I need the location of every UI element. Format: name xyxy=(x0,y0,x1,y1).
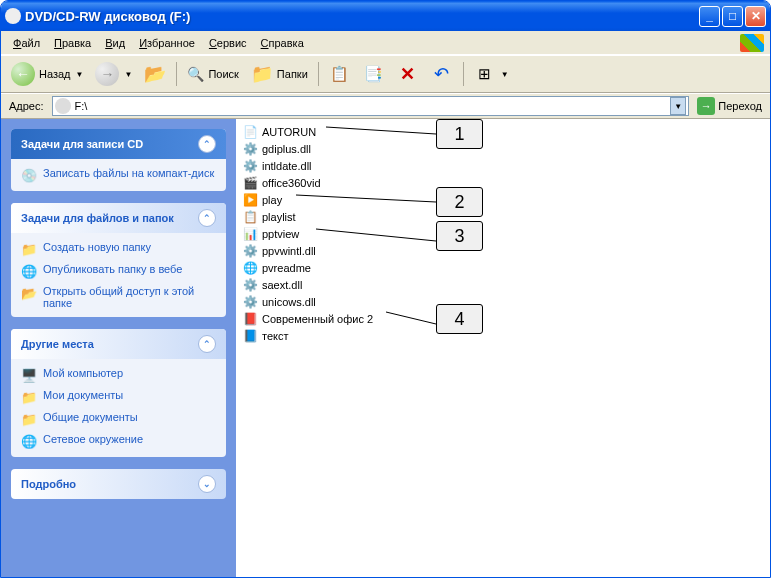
collapse-icon[interactable]: ⌃ xyxy=(198,135,216,153)
task-link[interactable]: 🌐Сетевое окружение xyxy=(21,433,216,449)
file-name: saext.dll xyxy=(262,279,302,291)
go-button[interactable]: → Переход xyxy=(693,95,766,117)
link-text: Сетевое окружение xyxy=(43,433,143,445)
move-to-button[interactable]: 📋 xyxy=(325,60,355,88)
file-icon: 📄 xyxy=(242,124,258,140)
toolbar: ← Назад ▼ → ▼ 📂 🔍 Поиск 📁 Папки 📋 📑 ✕ ↶ … xyxy=(1,55,770,93)
folders-button[interactable]: 📁 Папки xyxy=(247,60,312,88)
panel-title: Задачи для записи CD xyxy=(21,138,143,150)
file-item[interactable]: 📄AUTORUN xyxy=(242,123,764,140)
panel-header[interactable]: Подробно ⌄ xyxy=(11,469,226,499)
file-name: gdiplus.dll xyxy=(262,143,311,155)
svg-line-1 xyxy=(296,195,436,202)
file-name: pptview xyxy=(262,228,299,240)
back-button[interactable]: ← Назад ▼ xyxy=(7,59,87,89)
titlebar[interactable]: DVD/CD-RW дисковод (F:) _ □ ✕ xyxy=(1,1,770,31)
callout-number: 3 xyxy=(436,221,483,251)
expand-icon[interactable]: ⌄ xyxy=(198,475,216,493)
menu-item[interactable]: Избранное xyxy=(133,35,201,51)
address-dropdown[interactable]: ▼ xyxy=(670,97,686,115)
file-icon: ⚙️ xyxy=(242,277,258,293)
window-buttons: _ □ ✕ xyxy=(699,6,766,27)
address-value: F:\ xyxy=(75,100,671,112)
file-name: Современный офис 2 xyxy=(262,313,373,325)
file-name: unicows.dll xyxy=(262,296,316,308)
callout-4: 4 xyxy=(386,304,483,334)
link-icon: 🌐 xyxy=(21,263,37,279)
file-item[interactable]: ⚙️unicows.dll xyxy=(242,293,764,310)
views-button[interactable]: ⊞ ▼ xyxy=(470,60,513,88)
file-icon: ▶️ xyxy=(242,192,258,208)
menu-item[interactable]: Файл xyxy=(7,35,46,51)
file-item[interactable]: ⚙️saext.dll xyxy=(242,276,764,293)
forward-button[interactable]: → ▼ xyxy=(91,59,136,89)
file-item[interactable]: 🌐pvreadme xyxy=(242,259,764,276)
file-icon: 📕 xyxy=(242,311,258,327)
separator xyxy=(318,62,319,86)
content-area: Задачи для записи CD ⌃ 💿Записать файлы н… xyxy=(1,119,770,577)
minimize-button[interactable]: _ xyxy=(699,6,720,27)
link-text: Открыть общий доступ к этой папке xyxy=(43,285,216,309)
menu-item[interactable]: Справка xyxy=(255,35,310,51)
panel-header[interactable]: Другие места ⌃ xyxy=(11,329,226,359)
separator xyxy=(176,62,177,86)
panel-header[interactable]: Задачи для файлов и папок ⌃ xyxy=(11,203,226,233)
file-name: ppvwintl.dll xyxy=(262,245,316,257)
menu-item[interactable]: Правка xyxy=(48,35,97,51)
link-text: Создать новую папку xyxy=(43,241,151,253)
address-label: Адрес: xyxy=(5,100,48,112)
move-icon: 📋 xyxy=(329,63,351,85)
back-icon: ← xyxy=(11,62,35,86)
cd-tasks-panel: Задачи для записи CD ⌃ 💿Записать файлы н… xyxy=(11,129,226,191)
file-name: AUTORUN xyxy=(262,126,316,138)
file-item[interactable]: ⚙️intldate.dll xyxy=(242,157,764,174)
task-link[interactable]: 💿Записать файлы на компакт-диск xyxy=(21,167,216,183)
menubar: ФайлПравкаВидИзбранноеСервисСправка xyxy=(1,31,770,55)
task-link[interactable]: 🖥️Мой компьютер xyxy=(21,367,216,383)
file-icon: ⚙️ xyxy=(242,294,258,310)
search-icon: 🔍 xyxy=(187,66,204,82)
svg-line-0 xyxy=(326,127,436,134)
menu-item[interactable]: Вид xyxy=(99,35,131,51)
go-label: Переход xyxy=(718,100,762,112)
file-icon: 📋 xyxy=(242,209,258,225)
panel-title: Другие места xyxy=(21,338,94,350)
undo-icon: ↶ xyxy=(431,63,453,85)
up-folder-icon: 📂 xyxy=(144,63,166,85)
collapse-icon[interactable]: ⌃ xyxy=(198,209,216,227)
file-item[interactable]: 📕Современный офис 2 xyxy=(242,310,764,327)
link-icon: 📁 xyxy=(21,241,37,257)
link-icon: 📂 xyxy=(21,285,37,301)
link-icon: 🖥️ xyxy=(21,367,37,383)
details-panel: Подробно ⌄ xyxy=(11,469,226,499)
menu-item[interactable]: Сервис xyxy=(203,35,253,51)
address-input[interactable]: F:\ ▼ xyxy=(52,96,690,116)
forward-icon: → xyxy=(95,62,119,86)
task-link[interactable]: 📂Открыть общий доступ к этой папке xyxy=(21,285,216,309)
task-link[interactable]: 📁Создать новую папку xyxy=(21,241,216,257)
panel-header[interactable]: Задачи для записи CD ⌃ xyxy=(11,129,226,159)
svg-line-2 xyxy=(316,229,436,241)
delete-button[interactable]: ✕ xyxy=(393,60,423,88)
task-link[interactable]: 📁Общие документы xyxy=(21,411,216,427)
link-icon: 📁 xyxy=(21,411,37,427)
panel-title: Задачи для файлов и папок xyxy=(21,212,174,224)
link-text: Общие документы xyxy=(43,411,138,423)
callout-2: 2 xyxy=(296,187,483,217)
file-item[interactable]: ⚙️gdiplus.dll xyxy=(242,140,764,157)
undo-button[interactable]: ↶ xyxy=(427,60,457,88)
task-link[interactable]: 📁Мои документы xyxy=(21,389,216,405)
copy-to-button[interactable]: 📑 xyxy=(359,60,389,88)
close-button[interactable]: ✕ xyxy=(745,6,766,27)
link-text: Мой компьютер xyxy=(43,367,123,379)
file-tasks-panel: Задачи для файлов и папок ⌃ 📁Создать нов… xyxy=(11,203,226,317)
file-list[interactable]: 📄AUTORUN⚙️gdiplus.dll⚙️intldate.dll🎬offi… xyxy=(236,119,770,577)
maximize-button[interactable]: □ xyxy=(722,6,743,27)
file-item[interactable]: 📘текст xyxy=(242,327,764,344)
search-button[interactable]: 🔍 Поиск xyxy=(183,63,242,85)
search-label: Поиск xyxy=(208,68,238,80)
up-button[interactable]: 📂 xyxy=(140,60,170,88)
collapse-icon[interactable]: ⌃ xyxy=(198,335,216,353)
file-icon: ⚙️ xyxy=(242,158,258,174)
task-link[interactable]: 🌐Опубликовать папку в вебе xyxy=(21,263,216,279)
